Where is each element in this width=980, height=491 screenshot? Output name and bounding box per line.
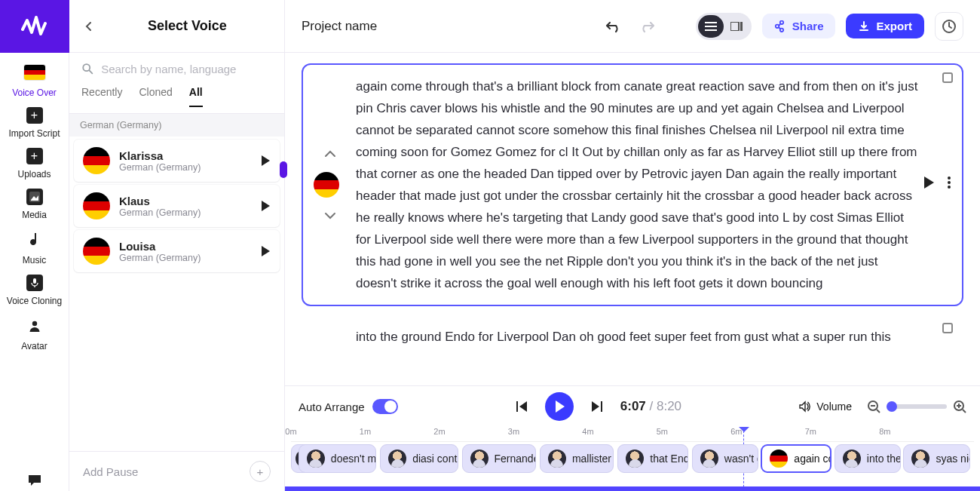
germany-flag-icon xyxy=(83,238,110,265)
block-more-button[interactable] xyxy=(947,176,951,189)
clock-icon xyxy=(942,19,957,34)
script-block[interactable]: into the ground Endo for Liverpool Dan o… xyxy=(302,314,963,360)
ruler-tick: 3m xyxy=(508,427,519,436)
rail-import-script[interactable]: + Import Script xyxy=(0,107,69,139)
view-toggle xyxy=(696,13,752,40)
germany-flag-icon xyxy=(770,450,788,468)
speaker-avatar xyxy=(626,450,644,468)
timeline-clip[interactable]: diasi contre xyxy=(380,444,458,473)
svg-line-30 xyxy=(963,410,966,413)
svg-rect-22 xyxy=(601,401,602,412)
player: Auto Arrange 6:07 / 8:20 Volume xyxy=(285,385,980,491)
ruler-tick: 8m xyxy=(879,427,890,436)
plus-icon: + xyxy=(26,107,43,124)
play-block-button[interactable] xyxy=(923,176,935,189)
move-down-button[interactable] xyxy=(324,211,336,220)
svg-marker-7 xyxy=(262,201,270,211)
history-button[interactable] xyxy=(935,12,963,41)
block-text[interactable]: again come through that's a brilliant bl… xyxy=(356,75,921,294)
rail-chat[interactable] xyxy=(0,470,69,491)
voice-name: Louisa xyxy=(119,240,251,253)
preview-voice-button[interactable] xyxy=(260,155,271,167)
undo-button[interactable] xyxy=(605,20,622,33)
image-icon xyxy=(26,189,43,205)
back-button[interactable] xyxy=(81,19,96,34)
preview-voice-button[interactable] xyxy=(260,245,271,257)
timeline-clip[interactable]: doesn't ma xyxy=(299,444,376,473)
germany-flag-icon xyxy=(83,147,110,174)
voice-lang: German (Germany) xyxy=(119,207,251,218)
rail-avatar[interactable]: Avatar xyxy=(0,315,69,351)
germany-flag-icon xyxy=(83,192,110,219)
download-icon xyxy=(858,20,870,32)
svg-point-3 xyxy=(32,321,36,326)
music-note-icon xyxy=(24,229,45,250)
voice-lang: German (Germany) xyxy=(119,253,251,263)
prev-button[interactable] xyxy=(515,400,528,413)
ruler-tick: 0m xyxy=(285,427,296,436)
timeline-clip[interactable]: again come t xyxy=(761,444,831,473)
voice-row[interactable]: LouisaGerman (Germany) xyxy=(74,230,280,272)
redo-button[interactable] xyxy=(639,20,655,33)
play-button[interactable] xyxy=(545,392,574,421)
auto-arrange-toggle[interactable] xyxy=(372,399,398,414)
timeline-clip[interactable]: wasn't gc xyxy=(692,444,759,473)
clip-label: that Endo i xyxy=(650,453,688,465)
add-pause-row[interactable]: Add Pause + xyxy=(69,451,284,491)
tab-all[interactable]: All xyxy=(189,81,203,107)
view-grid-button[interactable] xyxy=(724,15,749,38)
speaker-avatar xyxy=(843,450,861,468)
timeline-clip[interactable]: mallister h xyxy=(540,444,614,473)
rail-media[interactable]: Media xyxy=(0,189,69,220)
voice-lang: German (Germany) xyxy=(119,162,251,173)
speaker-avatar xyxy=(548,450,566,468)
zoom-out-button[interactable] xyxy=(867,400,880,413)
block-voice-avatar[interactable] xyxy=(314,172,339,198)
timeline[interactable]: 0m1m2m3m4m5m6m7m8m doesn't madiasi contr… xyxy=(285,427,980,491)
speaker-avatar xyxy=(470,450,488,468)
volume-control[interactable]: Volume xyxy=(798,400,852,413)
move-up-button[interactable] xyxy=(324,149,336,158)
clip-label: syas nicely xyxy=(936,453,970,465)
zoom-in-button[interactable] xyxy=(953,400,966,413)
view-list-button[interactable] xyxy=(698,15,724,38)
rail-voice-over[interactable]: Voice Over xyxy=(0,62,69,98)
tab-recently[interactable]: Recently xyxy=(81,81,122,107)
app-logo[interactable] xyxy=(0,0,69,53)
select-block-checkbox[interactable] xyxy=(942,323,953,333)
voice-row[interactable]: KlarissaGerman (Germany) xyxy=(74,140,280,182)
rail-voice-cloning[interactable]: Voice Cloning xyxy=(0,275,69,306)
rail-label: Uploads xyxy=(17,169,51,180)
plus-icon: + xyxy=(250,461,271,482)
progress-bar[interactable] xyxy=(285,486,980,491)
share-button[interactable]: Share xyxy=(762,14,836,38)
block-text[interactable]: into the ground Endo for Liverpool Dan o… xyxy=(356,326,891,348)
rail-uploads[interactable]: + Uploads xyxy=(0,148,69,180)
voice-search-input[interactable] xyxy=(101,63,272,75)
voice-row[interactable]: KlausGerman (Germany) xyxy=(74,185,280,227)
timeline-clip[interactable]: that Endo i xyxy=(617,444,688,473)
preview-voice-button[interactable] xyxy=(260,200,271,212)
rail-music[interactable]: Music xyxy=(0,229,69,265)
svg-rect-2 xyxy=(33,278,36,284)
project-name-field[interactable]: Project name xyxy=(302,19,595,34)
svg-rect-13 xyxy=(740,22,743,31)
svg-rect-10 xyxy=(705,26,717,27)
tab-cloned[interactable]: Cloned xyxy=(139,81,172,107)
scroll-indicator[interactable] xyxy=(280,161,287,178)
next-button[interactable] xyxy=(590,400,604,413)
zoom-slider[interactable] xyxy=(887,404,947,409)
timeline-clip[interactable]: syas nicely xyxy=(903,444,970,473)
rail-label: Import Script xyxy=(8,128,60,139)
timeline-clip[interactable]: into the gr xyxy=(835,444,902,473)
svg-rect-12 xyxy=(730,22,739,31)
clip-label: mallister h xyxy=(572,453,614,465)
time-display: 6:07 / 8:20 xyxy=(620,399,681,414)
select-block-checkbox[interactable] xyxy=(942,72,953,83)
timeline-clip[interactable]: Fernandez xyxy=(462,444,536,473)
export-button[interactable]: Export xyxy=(846,14,924,38)
share-icon xyxy=(774,20,786,32)
svg-line-5 xyxy=(90,71,93,74)
script-block-active[interactable]: again come through that's a brilliant bl… xyxy=(302,63,963,306)
mic-icon xyxy=(26,275,43,291)
